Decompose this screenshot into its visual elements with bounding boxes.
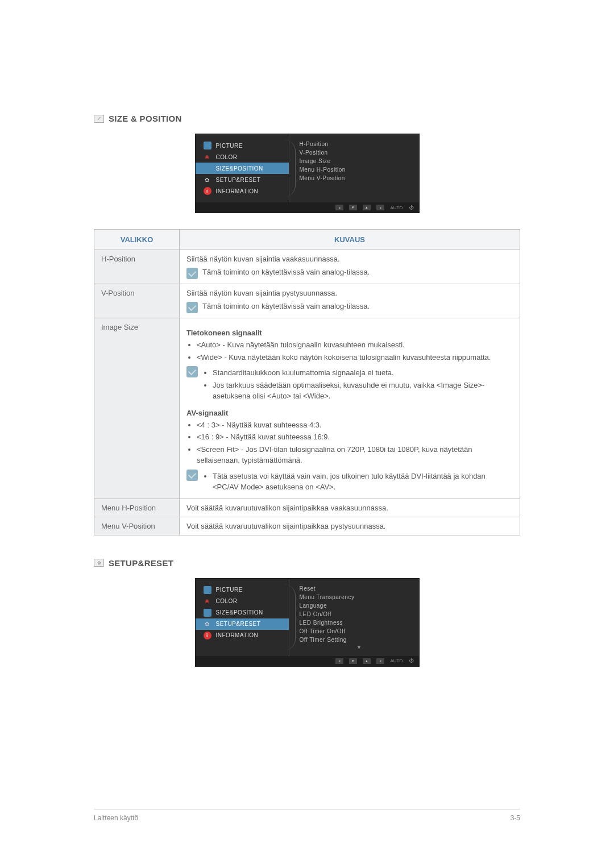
row-label: Menu H-Position <box>94 499 180 517</box>
table-row: H-Position Siirtää näytön kuvan sijainti… <box>94 250 520 284</box>
row-desc: Siirtää näytön kuvan sijaintia pystysuun… <box>180 284 520 318</box>
size-icon <box>204 164 211 172</box>
nav-btn: ▪ <box>335 658 343 664</box>
osd-sub-item: Off Timer Setting <box>300 636 419 644</box>
osd-label: INFORMATION <box>216 188 259 194</box>
description-table: VALIKKO KUVAUS H-Position Siirtää näytön… <box>94 229 520 535</box>
desc-text: Siirtää näytön kuvan sijaintia pystysuun… <box>186 289 513 297</box>
nav-btn: ▪ <box>335 205 343 210</box>
osd-sub-item: Reset <box>300 584 419 593</box>
osd-sub-item: LED Brightness <box>300 618 419 627</box>
osd-item-size: SIZE&POSITION <box>196 607 289 618</box>
table-row: Menu V-Position Voit säätää kuvaruutuval… <box>94 517 520 535</box>
osd-label: SIZE&POSITION <box>216 609 263 616</box>
osd-label: COLOR <box>216 598 238 604</box>
section-title: SETUP&RESET <box>109 558 173 568</box>
picture-icon <box>204 586 211 594</box>
note-icon <box>186 268 198 279</box>
chevron-down-icon: ▼ <box>300 644 419 650</box>
osd-item-setup: ✿SETUP&RESET <box>196 174 289 185</box>
osd-item-setup-active: ✿SETUP&RESET <box>196 618 289 630</box>
osd-label: SETUP&RESET <box>216 621 261 627</box>
list-item: <16 : 9> - Näyttää kuvat suhteessa 16:9. <box>197 431 513 443</box>
gear-icon: ✿ <box>204 620 211 628</box>
sub-title: Tietokoneen signaalit <box>186 329 513 337</box>
osd-sub-item: Image Size <box>300 157 419 165</box>
osd-item-color: ❀COLOR <box>196 596 289 607</box>
osd-item-info: iINFORMATION <box>196 185 289 197</box>
power-icon: ⏻ <box>409 205 413 210</box>
row-label: Menu V-Position <box>94 517 180 535</box>
list-item: Standarditaulukkoon kuulumattomia signaa… <box>213 367 513 379</box>
info-icon: i <box>204 632 211 639</box>
osd-item-picture: PICTURE <box>196 584 289 596</box>
note-icon <box>186 302 198 313</box>
note-icon <box>186 470 198 481</box>
footer-right: 3-5 <box>511 814 520 822</box>
row-desc: Siirtää näytön kuvan sijaintia vaakasuun… <box>180 250 520 284</box>
nav-btn: ▪ <box>376 658 384 664</box>
table-row: Image Size Tietokoneen signaalit <Auto> … <box>94 318 520 499</box>
auto-label: AUTO <box>390 658 403 663</box>
th-menu: VALIKKO <box>94 230 180 250</box>
osd-sub-item: Menu V-Position <box>300 174 419 182</box>
osd-item-color: ❀COLOR <box>196 151 289 163</box>
nav-btn: ▪ <box>376 205 384 210</box>
nav-btn: ▴ <box>363 205 371 210</box>
osd-sub-item: LED On/Off <box>300 610 419 618</box>
nav-btn: ▾ <box>349 658 357 664</box>
list-item: Jos tarkkuus säädetään optimaaliseksi, k… <box>213 380 513 402</box>
osd-label: INFORMATION <box>216 632 259 638</box>
table-row: Menu H-Position Voit säätää kuvaruutuval… <box>94 499 520 517</box>
section-title: SIZE & POSITION <box>109 114 182 123</box>
list-item: <4 : 3> - Näyttää kuvat suhteessa 4:3. <box>197 420 513 431</box>
osd-item-size-active: SIZE&POSITION <box>196 163 289 174</box>
section-header-setup-reset: ✿ SETUP&RESET <box>94 558 520 568</box>
osd-sub-item: Language <box>300 601 419 610</box>
color-icon: ❀ <box>204 153 211 161</box>
auto-label: AUTO <box>390 205 403 210</box>
row-desc: Voit säätää kuvaruutuvalikon sijaintipai… <box>180 499 520 517</box>
row-label: V-Position <box>94 284 180 318</box>
page-footer: Laitteen käyttö 3-5 <box>94 809 520 822</box>
row-label: H-Position <box>94 250 180 284</box>
row-label: Image Size <box>94 318 180 499</box>
osd-label: SETUP&RESET <box>216 177 261 183</box>
note-text: Tämä toiminto on käytettävissä vain anal… <box>202 302 370 310</box>
gear-icon: ✿ <box>204 176 211 184</box>
row-desc: Voit säätää kuvaruutuvalikon sijaintipai… <box>180 517 520 535</box>
osd-label: SIZE&POSITION <box>216 165 263 172</box>
footer-left: Laitteen käyttö <box>94 814 138 822</box>
note-icon <box>186 366 198 377</box>
row-desc: Tietokoneen signaalit <Auto> - Kuva näyt… <box>180 318 520 499</box>
list-item: <Auto> - Kuva näytetään tulosignaalin ku… <box>197 339 513 351</box>
power-icon: ⏻ <box>409 658 413 663</box>
osd-screenshot-1: PICTURE ❀COLOR SIZE&POSITION ✿SETUP&RESE… <box>94 134 520 213</box>
sub-title: AV-signaalit <box>186 409 513 417</box>
list-item: <Wide> - Kuva näytetään koko näytön koko… <box>197 352 513 363</box>
osd-label: PICTURE <box>216 587 243 593</box>
osd-sub-item: Menu H-Position <box>300 165 419 174</box>
info-icon: i <box>204 187 211 195</box>
list-item: <Screen Fit> - Jos DVI-tilan tulosignaal… <box>197 444 513 466</box>
nav-btn: ▴ <box>363 658 371 664</box>
note-text: Tämä toiminto on käytettävissä vain anal… <box>202 268 370 276</box>
color-icon: ❀ <box>204 597 211 605</box>
osd-label: PICTURE <box>216 143 243 149</box>
osd-sub-item: H-Position <box>300 140 419 148</box>
resize-icon: ⤢ <box>94 115 104 123</box>
osd-screenshot-2: PICTURE ❀COLOR SIZE&POSITION ✿SETUP&RESE… <box>94 578 520 667</box>
nav-btn: ▾ <box>349 205 357 210</box>
th-desc: KUVAUS <box>180 230 520 250</box>
osd-sub-item: Off Timer On/Off <box>300 627 419 636</box>
gear-box-icon: ✿ <box>94 559 104 567</box>
picture-icon <box>204 142 211 149</box>
osd-sub-item: Menu Transparency <box>300 593 419 601</box>
osd-item-info: iINFORMATION <box>196 630 289 641</box>
size-icon <box>204 609 211 617</box>
osd-sub-item: V-Position <box>300 148 419 157</box>
table-row: V-Position Siirtää näytön kuvan sijainti… <box>94 284 520 318</box>
section-header-size-position: ⤢ SIZE & POSITION <box>94 114 520 123</box>
list-item: Tätä asetusta voi käyttää vain vain, jos… <box>213 471 513 493</box>
desc-text: Siirtää näytön kuvan sijaintia vaakasuun… <box>186 255 513 263</box>
